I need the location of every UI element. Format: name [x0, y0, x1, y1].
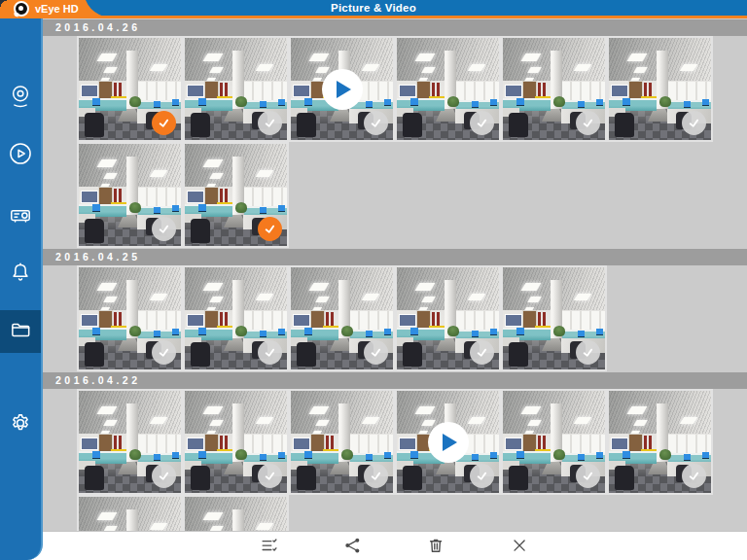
- check-selected-icon[interactable]: [258, 217, 282, 241]
- trash-icon: [426, 545, 447, 560]
- check-unselected-icon[interactable]: [576, 464, 600, 488]
- header-bar: Picture & Video: [0, 0, 747, 18]
- scene-mon: [596, 99, 603, 106]
- scene-mon: [172, 452, 179, 459]
- check-unselected-icon[interactable]: [576, 340, 600, 365]
- check-unselected-icon[interactable]: [470, 111, 494, 135]
- check-unselected-icon[interactable]: [470, 464, 494, 488]
- scene-mon: [198, 451, 206, 459]
- scene-chair: [191, 219, 210, 243]
- scene-plant: [553, 96, 565, 107]
- scene-mon: [702, 452, 709, 459]
- check-unselected-icon[interactable]: [152, 340, 176, 365]
- scene-mon: [278, 99, 285, 106]
- toolbar-close-button[interactable]: [510, 536, 531, 557]
- check-unselected-icon[interactable]: [470, 340, 494, 365]
- scene-pic: [399, 438, 416, 450]
- scene-mon: [410, 98, 418, 106]
- photo-thumbnail[interactable]: [395, 36, 501, 142]
- scene-chair: [615, 466, 634, 490]
- scene-mon: [384, 99, 391, 106]
- photo-thumbnail[interactable]: [289, 265, 395, 371]
- scene-mon: [92, 98, 100, 106]
- date-header: 2016.04.22: [43, 372, 747, 389]
- scene-mon: [198, 204, 206, 212]
- check-unselected-icon[interactable]: [258, 464, 282, 488]
- scene-mon: [596, 452, 603, 459]
- check-unselected-icon[interactable]: [152, 464, 176, 488]
- thumbnail-row: [43, 389, 747, 495]
- check-unselected-icon[interactable]: [258, 340, 282, 365]
- photo-thumbnail[interactable]: [289, 389, 395, 495]
- sidebar-item-cameras[interactable]: [0, 77, 41, 120]
- check-unselected-icon[interactable]: [258, 111, 282, 135]
- sidebar-item-settings[interactable]: [0, 403, 41, 446]
- photo-thumbnail[interactable]: [607, 389, 713, 495]
- scene-mon: [304, 98, 312, 106]
- scene-chair: [191, 466, 210, 490]
- scene-mon: [92, 204, 100, 212]
- video-thumbnail[interactable]: [395, 389, 501, 495]
- check-unselected-icon[interactable]: [152, 217, 176, 241]
- scene-chair: [297, 342, 316, 367]
- scene-chair: [85, 113, 104, 137]
- sidebar-item-files[interactable]: [0, 310, 41, 353]
- video-thumbnail[interactable]: [289, 36, 395, 142]
- scene-pic: [505, 314, 522, 327]
- photo-thumbnail[interactable]: [183, 389, 289, 495]
- photo-thumbnail[interactable]: [395, 265, 501, 371]
- photo-thumbnail[interactable]: [183, 265, 289, 371]
- scene-mon: [596, 329, 603, 335]
- check-unselected-icon[interactable]: [364, 464, 388, 488]
- photo-thumbnail[interactable]: [183, 142, 289, 248]
- scene-mon: [154, 101, 160, 108]
- thumbnail-row: [43, 142, 747, 248]
- photo-thumbnail[interactable]: [77, 142, 183, 248]
- toolbar-delete-button[interactable]: [426, 536, 447, 557]
- scene-mon: [366, 331, 373, 337]
- scene-mon: [366, 101, 373, 108]
- scene-mon: [172, 99, 179, 106]
- scene-mon: [516, 328, 524, 335]
- sidebar-item-playback[interactable]: [0, 134, 41, 177]
- sidebar-item-devices[interactable]: [0, 195, 41, 238]
- check-selected-icon[interactable]: [152, 111, 176, 135]
- scene-plant: [235, 202, 247, 213]
- play-icon[interactable]: [428, 422, 469, 463]
- scene-mon: [578, 454, 585, 461]
- scene-plant: [553, 326, 565, 336]
- check-unselected-icon[interactable]: [364, 111, 388, 135]
- check-unselected-icon[interactable]: [682, 111, 706, 135]
- photo-thumbnail[interactable]: [77, 36, 183, 142]
- scene-plant: [659, 449, 671, 460]
- scene-mon: [198, 328, 206, 335]
- scene-mon: [198, 98, 206, 106]
- toolbar-share-button[interactable]: [342, 536, 364, 557]
- play-circle-icon: [8, 141, 33, 170]
- scene-chair: [297, 113, 316, 137]
- photo-thumbnail[interactable]: [501, 36, 607, 142]
- photo-thumbnail[interactable]: [501, 265, 607, 371]
- webcam-icon: [8, 84, 33, 113]
- scene-pic: [187, 438, 204, 450]
- scene-chair: [191, 113, 210, 137]
- scene-mon: [490, 329, 497, 335]
- photo-thumbnail[interactable]: [607, 36, 713, 142]
- photo-thumbnail[interactable]: [501, 389, 607, 495]
- photo-thumbnail[interactable]: [183, 36, 289, 142]
- check-unselected-icon[interactable]: [364, 340, 388, 365]
- folder-icon: [8, 317, 33, 346]
- check-unselected-icon[interactable]: [682, 464, 706, 488]
- photo-thumbnail[interactable]: [77, 389, 183, 495]
- toolbar-select-button[interactable]: [259, 536, 280, 557]
- sidebar-item-alerts[interactable]: [0, 254, 41, 297]
- projector-icon: [8, 202, 33, 231]
- scene-plant: [447, 326, 459, 336]
- scene-pic: [505, 438, 522, 450]
- close-icon: [510, 545, 531, 560]
- play-icon[interactable]: [322, 69, 363, 110]
- scene-plant: [235, 449, 247, 460]
- scene-plant: [129, 449, 141, 460]
- photo-thumbnail[interactable]: [77, 265, 183, 371]
- check-unselected-icon[interactable]: [576, 111, 600, 135]
